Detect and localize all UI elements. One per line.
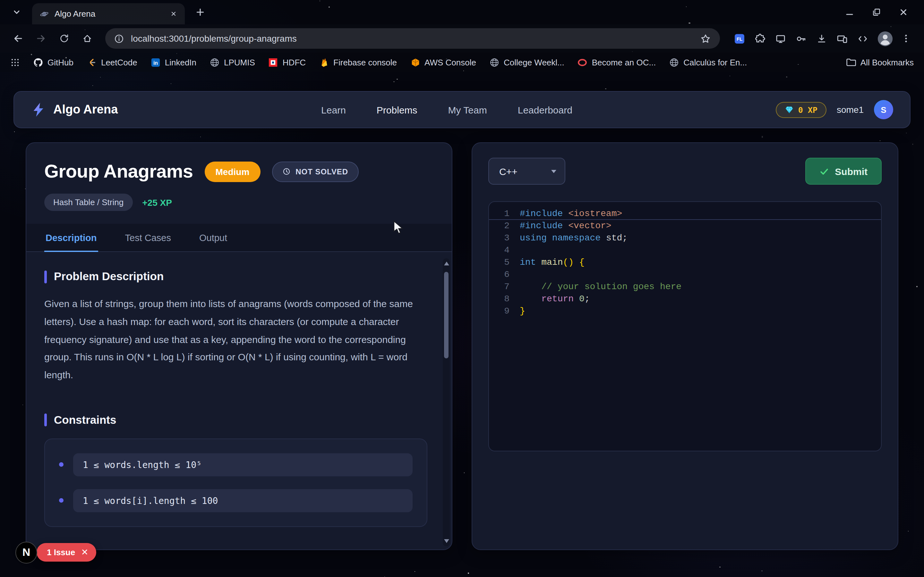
code-line-7[interactable]: 7 // your solution goes here — [489, 281, 881, 293]
code-line-3[interactable]: 3using namespace std; — [489, 232, 881, 244]
scrollbar-down-arrow[interactable] — [444, 539, 449, 543]
close-icon — [170, 10, 177, 17]
bookmark-calculus-for-en[interactable]: Calculus for En... — [669, 57, 747, 67]
line-number: 5 — [489, 256, 520, 269]
key-extension-icon[interactable] — [796, 33, 806, 44]
tab-close-button[interactable] — [167, 7, 180, 20]
fl-extension-icon[interactable]: FL — [734, 33, 745, 44]
scrollbar-up-arrow[interactable] — [444, 261, 449, 266]
all-bookmarks-button[interactable]: All Bookmarks — [846, 57, 914, 67]
clock-icon — [282, 167, 290, 176]
nav-learn[interactable]: Learn — [321, 104, 346, 115]
bullet-dot — [59, 498, 63, 503]
bookmark-label: AWS Console — [425, 57, 476, 67]
submit-button[interactable]: Submit — [805, 158, 882, 185]
code-line-5[interactable]: 5int main() { — [489, 256, 881, 269]
bookmark-label: Firebase console — [333, 57, 397, 67]
code-extension-icon[interactable] — [857, 33, 868, 44]
nav-my-team[interactable]: My Team — [448, 104, 487, 115]
issue-label: 1 Issue — [47, 548, 75, 557]
oc-icon — [578, 57, 588, 67]
bookmark-linkedin[interactable]: inLinkedIn — [151, 57, 196, 67]
download-extension-icon[interactable] — [816, 33, 827, 44]
home-button[interactable] — [77, 28, 97, 49]
status-label: NOT SOLVED — [296, 167, 348, 176]
user-avatar[interactable]: S — [874, 100, 893, 119]
window-minimize-button[interactable] — [841, 3, 859, 21]
browser-tab[interactable]: Algo Arena — [32, 3, 185, 24]
section-accent-bar — [44, 270, 47, 283]
topic-tag: Hash Table / String — [44, 193, 132, 211]
bookmark-become-an-oc[interactable]: Become an OC... — [578, 57, 656, 67]
issue-close-button[interactable] — [81, 548, 88, 557]
svg-text:in: in — [153, 60, 158, 65]
constraints-heading: Constraints — [54, 414, 116, 427]
screen: Algo Arena localhost:3001/problems/group… — [0, 0, 924, 577]
close-icon — [81, 549, 88, 555]
browser-menu-button[interactable] — [896, 28, 916, 49]
code-text: int main() { — [520, 256, 585, 269]
code-line-4[interactable]: 4 — [489, 244, 881, 256]
tab-output[interactable]: Output — [198, 224, 228, 252]
code-line-6[interactable]: 6 — [489, 269, 881, 281]
window-controls — [841, 3, 916, 21]
code-line-9[interactable]: 9} — [489, 305, 881, 318]
brand[interactable]: Algo Arena — [31, 102, 118, 117]
address-bar[interactable]: localhost:3001/problems/group-anagrams — [105, 28, 720, 49]
bookmark-firebase-console[interactable]: Firebase console — [319, 57, 397, 67]
bookmark-label: GitHub — [47, 57, 73, 67]
reload-button[interactable] — [54, 28, 74, 49]
tab-search-button[interactable] — [8, 3, 26, 21]
browser-toolbar: localhost:3001/problems/group-anagrams F… — [0, 24, 924, 53]
code-line-1[interactable]: 1#include <iostream> — [489, 208, 881, 220]
bookmark-lpumis[interactable]: LPUMIS — [210, 57, 255, 67]
line-number: 4 — [489, 244, 520, 256]
forward-button[interactable] — [31, 28, 51, 49]
bookmark-github[interactable]: GitHub — [33, 57, 73, 67]
devices-extension-icon[interactable] — [837, 33, 848, 44]
code-editor[interactable]: 1#include <iostream>2#include <vector>3u… — [488, 201, 882, 451]
xp-reward: +25 XP — [142, 197, 172, 207]
tab-description[interactable]: Description — [44, 224, 98, 252]
forward-arrow-icon — [36, 33, 46, 44]
problem-scroll-area: Problem Description Given a list of stri… — [26, 252, 452, 550]
puzzle-extension-icon[interactable] — [754, 33, 766, 44]
bookmark-star-icon[interactable] — [700, 33, 711, 44]
scrollbar-thumb[interactable] — [444, 272, 449, 358]
back-button[interactable] — [8, 28, 28, 49]
nav-leaderboard[interactable]: Leaderboard — [518, 104, 572, 115]
tab-test-cases[interactable]: Test Cases — [124, 224, 172, 252]
bookmark-hdfc[interactable]: HDFC — [268, 57, 306, 67]
bookmark-leetcode[interactable]: LeetCode — [87, 57, 137, 67]
bookmark-label: Calculus for En... — [683, 57, 747, 67]
folder-icon — [846, 57, 856, 67]
submit-label: Submit — [835, 166, 867, 177]
apps-grid-icon[interactable] — [10, 57, 20, 67]
nextjs-dev-badge[interactable]: N — [15, 542, 37, 564]
bookmark-label: HDFC — [283, 57, 306, 67]
bullet-dot — [59, 463, 63, 467]
language-select[interactable]: C++ — [488, 158, 565, 185]
url-text: localhost:3001/problems/group-anagrams — [131, 33, 693, 44]
code-line-2[interactable]: 2#include <vector> — [489, 220, 881, 232]
panel-scrollbar[interactable] — [443, 258, 450, 546]
site-info-icon[interactable] — [114, 34, 124, 43]
bookmark-aws-console[interactable]: AWS Console — [410, 57, 476, 67]
new-tab-button[interactable] — [191, 3, 209, 21]
xp-label: 0 XP — [798, 105, 817, 114]
tab-favicon-icon — [40, 9, 49, 18]
browser-profile-button[interactable] — [877, 31, 893, 47]
nav-problems[interactable]: Problems — [376, 104, 417, 115]
code-line-8[interactable]: 8 return 0; — [489, 293, 881, 305]
line-number: 7 — [489, 281, 520, 293]
monitor-extension-icon[interactable] — [775, 33, 786, 44]
globe-icon — [210, 57, 220, 67]
description-heading: Problem Description — [54, 270, 164, 284]
close-icon — [898, 7, 909, 17]
window-close-button[interactable] — [895, 3, 913, 21]
window-maximize-button[interactable] — [867, 3, 885, 21]
bookmark-college-weekl[interactable]: College Weekl... — [489, 57, 564, 67]
chevron-down-icon — [551, 169, 556, 173]
code-text: // your solution goes here — [520, 281, 682, 293]
issue-indicator[interactable]: 1 Issue — [37, 543, 96, 562]
